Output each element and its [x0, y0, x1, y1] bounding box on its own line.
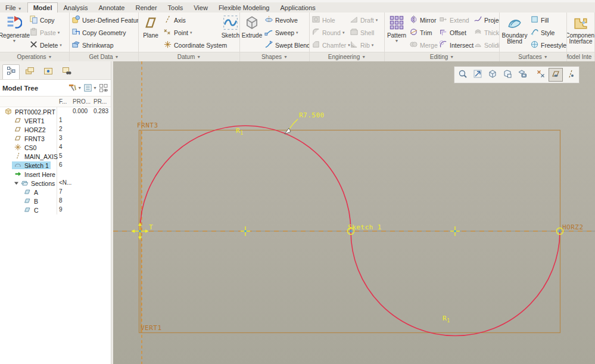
canvas-label-frnt3[interactable]: FRNT3	[137, 122, 158, 129]
tab-tools[interactable]: Tools	[163, 3, 189, 13]
tree-row-a[interactable]: A7	[0, 188, 111, 197]
origin-marker[interactable]	[132, 223, 148, 239]
trim-button[interactable]: Trim	[408, 27, 438, 38]
plane-display-button[interactable]	[549, 68, 563, 82]
copy-geometry-button[interactable]: Copy Geometry	[70, 27, 138, 38]
axis-button[interactable]: Axis	[162, 14, 219, 26]
freestyle-button[interactable]: Freestyle	[529, 39, 566, 51]
arc2-center-marker[interactable]	[450, 226, 460, 236]
display-style-button[interactable]	[515, 68, 529, 82]
shrinkwrap-button[interactable]: Shrinkwrap	[70, 39, 138, 51]
delete-button[interactable]: Delete▾	[28, 39, 68, 51]
search-tab[interactable]	[58, 64, 75, 79]
merge-button[interactable]: Merge	[408, 39, 438, 51]
boundary-blend-button[interactable]: Boundary Blend	[500, 13, 529, 52]
sketch-button[interactable]: Sketch	[219, 13, 240, 52]
rib-button[interactable]: Rib▾	[348, 39, 382, 51]
tree-row-frnt3[interactable]: FRNT33	[0, 134, 111, 143]
solidify-button[interactable]: Solidify	[472, 39, 500, 51]
expander-icon[interactable]	[14, 180, 19, 187]
revolve-button[interactable]: Revolve	[263, 14, 306, 26]
canvas-label-r1-bottom[interactable]: R1	[443, 315, 450, 323]
ribbon-group-label-operations[interactable]: Operations▼	[0, 52, 69, 61]
component-interface-button[interactable]: Component Interface	[568, 13, 594, 52]
style-button[interactable]: Style	[529, 27, 566, 38]
datum-display-button[interactable]	[534, 68, 548, 82]
ribbon-group-label-model-intent[interactable]: Model Inte▼	[567, 52, 594, 61]
tree-filter-button[interactable]	[99, 83, 108, 93]
ribbon-group-label-engineering[interactable]: Engineering▼	[310, 52, 384, 61]
tree-row-sketch-1[interactable]: Sketch 16	[0, 161, 111, 170]
tree-row-horz2[interactable]: HORZ22	[0, 125, 111, 134]
canvas-label-radius-dim[interactable]: R7.500	[299, 111, 325, 119]
swept-blend-button[interactable]: Swept Blend	[263, 39, 306, 51]
ribbon-group-content: User-Defined FeatureCopy GeometryShrinkw…	[70, 13, 138, 52]
zoom-button[interactable]	[456, 68, 470, 82]
axis-display-button[interactable]	[563, 68, 578, 82]
ribbon-group-label-editing[interactable]: Editing▼	[385, 52, 499, 61]
ribbon-group-label-datum[interactable]: Datum▼	[139, 52, 239, 61]
tab-flexible-modeling[interactable]: Flexible Modeling	[213, 3, 275, 13]
refit-button[interactable]	[471, 68, 485, 82]
sweep-button[interactable]: Sweep▾	[263, 27, 306, 38]
favorites-tab[interactable]	[39, 64, 57, 79]
project-button[interactable]: Project	[472, 14, 500, 26]
named-views-button[interactable]	[485, 68, 500, 82]
tree-row-vert1[interactable]: VERT11	[0, 116, 111, 125]
tree-row-insert-here[interactable]: Insert Here	[0, 170, 111, 179]
model-tree-tab[interactable]	[2, 64, 20, 79]
tree-column-header-0[interactable]: F...	[59, 98, 67, 105]
extrude-button[interactable]: Extrude	[241, 13, 263, 52]
tree-row-sections[interactable]: Sections<N...	[0, 179, 111, 188]
ribbon-group-label-shapes[interactable]: Shapes▼	[240, 52, 309, 61]
extend-button[interactable]: Extend	[438, 14, 472, 26]
tree-row-b[interactable]: B8	[0, 197, 111, 206]
tree-row-main-axis[interactable]: MAIN_AXIS5	[0, 152, 111, 161]
canvas-label-r1-top[interactable]: R1	[236, 127, 243, 136]
canvas-label-vert1[interactable]: VERT1	[141, 324, 162, 332]
tree-column-header-2[interactable]: PR...	[94, 98, 107, 105]
tree-row-cs0[interactable]: CS04	[0, 143, 111, 152]
pattern-button[interactable]: Pattern▼	[385, 13, 408, 52]
arc1-center-marker[interactable]	[241, 226, 250, 236]
thicken-button[interactable]: Thicken	[472, 27, 500, 38]
ribbon-group-label-surfaces[interactable]: Surfaces▼	[500, 52, 566, 61]
coordinate-system-button[interactable]: Coordinate System	[162, 39, 219, 51]
tree-row-prt0002-prt[interactable]: PRT0002.PRT0.0000.283	[0, 107, 111, 116]
tree-column-header-1[interactable]: PRO...	[73, 98, 91, 105]
fill-button[interactable]: Fill	[529, 14, 566, 26]
tab-view[interactable]: View	[188, 3, 213, 13]
view-manager-button[interactable]	[500, 68, 515, 82]
canvas-label-sketch-name[interactable]: Sketch 1	[348, 223, 382, 231]
offset-button[interactable]: Offset	[438, 27, 472, 38]
tree-row-c[interactable]: C9	[0, 206, 111, 214]
tab-applications[interactable]: Applications	[275, 3, 321, 13]
tab-annotate[interactable]: Annotate	[93, 3, 130, 13]
radius-dimension-leader[interactable]	[285, 119, 298, 134]
chamfer-button[interactable]: Chamfer▾	[310, 39, 348, 51]
tree-settings-button[interactable]: ▼	[83, 83, 97, 92]
hole-button[interactable]: Hole	[310, 14, 348, 26]
folder-browser-tab[interactable]	[21, 64, 38, 79]
user-defined-feature-button[interactable]: User-Defined Feature	[70, 14, 138, 26]
shell-button[interactable]: Shell	[348, 27, 382, 38]
ribbon-group-label-get-data[interactable]: Get Data▼	[70, 52, 138, 61]
tree-tools-button[interactable]: ▼	[68, 83, 82, 92]
canvas-label-horz2[interactable]: HORZ2	[562, 223, 584, 231]
sketch-drawing[interactable]	[113, 61, 595, 364]
file-menu-button[interactable]: File▼	[0, 3, 27, 13]
intersect-button[interactable]: Intersect	[438, 39, 472, 51]
plane-button[interactable]: Plane	[139, 13, 162, 52]
point-button[interactable]: Point▾	[162, 27, 219, 38]
graphics-canvas[interactable]: FRNT3VERT1HORZ2Sketch 1TR1R1R7.500	[113, 61, 595, 364]
regenerate-button[interactable]: Regenerate▼	[1, 13, 28, 52]
button-label: Sketch	[222, 33, 240, 39]
mirror-button[interactable]: Mirror	[408, 14, 438, 26]
round-button[interactable]: Round▾	[310, 27, 348, 38]
tab-analysis[interactable]: Analysis	[58, 3, 93, 13]
tab-model[interactable]: Model	[27, 2, 58, 13]
draft-button[interactable]: Draft▾	[348, 14, 382, 26]
paste-button[interactable]: Paste▾	[28, 27, 68, 38]
copy-button[interactable]: Copy	[28, 14, 68, 26]
tab-render[interactable]: Render	[130, 3, 162, 13]
